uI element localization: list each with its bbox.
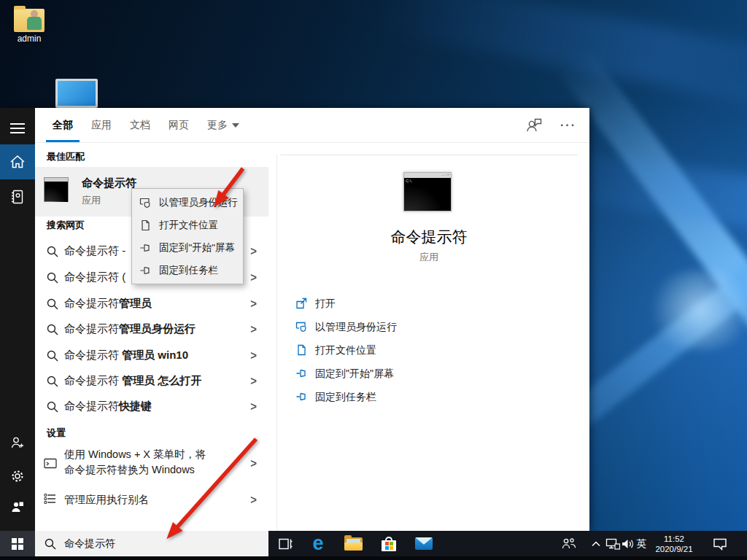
pin-icon [139,242,151,254]
chevron-right-icon[interactable]: > [250,296,257,311]
feedback-button[interactable] [0,489,35,524]
taskbar-search-input[interactable]: 命令提示符 [35,531,268,556]
search-icon [47,246,58,257]
menu-button[interactable] [0,111,35,146]
date-text: 2020/9/21 [655,544,692,554]
tab-apps[interactable]: 应用 [91,119,112,132]
notification-bubble-icon [713,537,727,551]
store-icon [381,537,397,551]
desktop-icon-admin-folder[interactable]: admin [6,9,53,44]
chevron-right-icon[interactable]: > [250,348,257,362]
chevron-right-icon[interactable]: > [250,399,257,413]
desktop-icon-this-pc[interactable] [55,79,98,111]
list-icon [44,493,56,505]
taskbar-search-value: 命令提示符 [64,537,115,551]
context-menu-pin-to-start[interactable]: 固定到"开始"屏幕 [132,236,243,259]
more-options-icon[interactable]: ··· [560,119,576,132]
network-button[interactable] [605,531,621,556]
search-icon [47,324,58,335]
settings-result-text: 使用 Windows + X 菜单时，将 命令提示符替换为 Windows [64,447,206,478]
store-button[interactable] [379,531,398,556]
tab-web[interactable]: 网页 [169,119,189,132]
preview-app-title: 命令提示符 [283,227,575,247]
chevron-right-icon[interactable]: > [250,322,257,336]
home-button[interactable] [0,144,35,179]
context-menu-pin-to-taskbar[interactable]: 固定到任务栏 [132,259,243,281]
web-suggestion-row[interactable]: 命令提示符 管理员 win10 > [35,343,268,369]
search-icon [47,298,58,310]
tray-expand-button[interactable] [589,531,603,556]
settings-result-row[interactable]: 管理应用执行别名 > [35,487,268,513]
people-icon [561,537,577,550]
monitor-icon [55,79,98,108]
people-button[interactable] [560,531,578,556]
folder-icon [14,9,44,32]
search-icon [47,401,58,413]
clock[interactable]: 11:52 2020/9/21 [651,531,697,556]
taskbar: 命令提示符 e [0,531,747,560]
journal-button[interactable] [0,179,35,214]
start-button[interactable] [0,531,35,556]
settings-result-row[interactable]: 使用 Windows + X 菜单时，将 命令提示符替换为 Windows > [35,445,268,483]
search-content: 全部 应用 文档 网页 更多 ··· [35,108,589,531]
context-menu-open-file-location[interactable]: 打开文件位置 [132,214,243,236]
action-center-button[interactable] [711,531,729,556]
tab-all[interactable]: 全部 [53,119,73,132]
admin-shield-icon [295,321,307,332]
person-add-icon [10,435,25,450]
tab-more[interactable]: 更多 [207,119,239,132]
tab-documents[interactable]: 文档 [130,119,150,132]
chevron-right-icon[interactable]: > [250,270,257,284]
open-icon [295,298,307,309]
web-suggestion-row[interactable]: 命令提示符快捷键 > [35,394,268,420]
action-open[interactable]: 打开 [283,292,575,315]
feedback-person-icon [10,499,25,514]
taskbar-bottom-edge [0,556,747,560]
best-match-title: 命令提示符 [82,176,136,190]
settings-result-text: 管理应用执行别名 [64,493,149,507]
chevron-right-icon[interactable]: > [250,492,257,507]
action-pin-to-start[interactable]: 固定到"开始"屏幕 [283,362,575,385]
search-left-rail [0,108,35,531]
chevron-right-icon[interactable]: > [250,456,257,470]
ime-indicator[interactable]: 英 [634,531,649,556]
search-icon [44,538,56,550]
search-tabbar: 全部 应用 文档 网页 更多 ··· [35,108,589,143]
mail-icon [415,537,433,550]
time-text: 11:52 [664,534,684,544]
command-prompt-icon [44,177,69,202]
web-suggestion-row[interactable]: 命令提示符管理员 > [35,291,268,317]
file-location-icon [295,344,307,356]
action-pin-to-taskbar[interactable]: 固定到任务栏 [283,385,575,408]
task-view-icon [278,537,293,551]
edge-browser-button[interactable]: e [309,531,328,556]
mail-button[interactable] [414,531,433,556]
windows-logo-icon [12,538,23,550]
feedback-bubble-icon[interactable] [525,116,544,135]
settings-button[interactable] [0,459,35,494]
action-run-as-admin[interactable]: 以管理员身份运行 [283,315,575,338]
chevron-right-icon[interactable]: > [250,244,257,258]
desktop: admin [0,0,747,560]
best-match-subtitle: 应用 [82,194,101,207]
web-suggestion-row[interactable]: 命令提示符管理员身份运行 > [35,316,268,343]
section-header-best-match: 最佳匹配 [47,150,85,163]
panel-divider-horizontal [280,155,578,155]
file-explorer-icon [344,537,363,551]
context-menu-run-as-admin[interactable]: 以管理员身份运行 [132,191,243,214]
web-suggestion-row[interactable]: 命令提示符 管理员 怎么打开 > [35,368,268,394]
gear-icon [10,469,25,483]
chevron-right-icon[interactable]: > [250,373,257,388]
selected-tab-underline [46,140,80,142]
section-header-web-search: 搜索网页 [47,219,85,232]
section-header-settings: 设置 [47,427,66,440]
account-button[interactable] [0,425,35,460]
panel-divider-vertical [276,155,277,531]
pin-icon [295,391,307,402]
search-flyout-window: 全部 应用 文档 网页 更多 ··· [0,108,589,531]
task-view-button[interactable] [276,531,295,556]
action-open-file-location[interactable]: 打开文件位置 [283,338,575,362]
hamburger-icon [9,122,26,134]
desktop-icon-label: admin [6,34,53,44]
file-explorer-button[interactable] [344,531,363,556]
